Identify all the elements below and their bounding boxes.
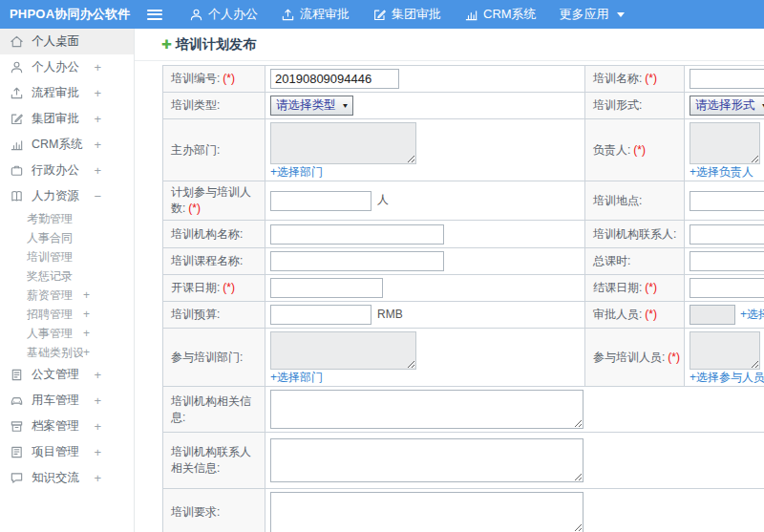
field-label: 计划参与培训人数: xyxy=(171,185,251,215)
sidebar-item-vehicles[interactable]: 用车管理+ xyxy=(0,388,134,414)
expand-toggle-icon[interactable]: + xyxy=(83,327,90,340)
participating-departments-box[interactable] xyxy=(270,331,416,370)
sidebar-sub-categories[interactable]: 基础类别设置+ xyxy=(0,343,134,362)
nav-crm[interactable]: CRM系统 xyxy=(453,0,548,29)
training-budget-input[interactable] xyxy=(270,305,371,325)
sidebar-item-projects[interactable]: 项目管理+ xyxy=(0,439,134,465)
field-label-cell: 开课日期:(*) xyxy=(163,275,265,302)
field-label-cell: 计划参与培训人数:(*) xyxy=(163,181,265,221)
sidebar-subitem-label: 人事合同 xyxy=(27,230,90,246)
approver-input[interactable] xyxy=(690,305,735,325)
sidebar-item-archives[interactable]: 档案管理+ xyxy=(0,414,134,439)
required-marker: (*) xyxy=(223,281,235,294)
expand-toggle-icon[interactable]: − xyxy=(94,189,101,203)
edit-icon xyxy=(372,8,387,22)
sidebar-sub-salary[interactable]: 薪资管理+ xyxy=(0,286,134,305)
form-row: 培训课程名称:总课时: xyxy=(163,248,764,275)
expand-toggle-icon[interactable]: + xyxy=(94,112,101,126)
field-label: 培训编号: xyxy=(171,72,220,85)
sidebar-item-hr[interactable]: 人力资源− xyxy=(0,183,134,209)
expand-toggle-icon[interactable]: + xyxy=(83,308,90,321)
field-cell: +选择部门 xyxy=(265,329,585,387)
select-participants-link[interactable]: +选择参与人员 xyxy=(690,371,764,384)
form-row: 培训要求: xyxy=(163,489,764,532)
sidebar-item-crm[interactable]: CRM系统+ xyxy=(0,132,134,158)
training-number-input[interactable] xyxy=(270,69,399,89)
expand-toggle-icon[interactable]: + xyxy=(94,419,101,434)
sidebar-sub-personnel[interactable]: 人事管理+ xyxy=(0,324,134,343)
field-label-cell: 培训机构联系人相关信息: xyxy=(163,433,265,489)
field-cell: +选择负责人 xyxy=(685,119,764,181)
nav-more-apps[interactable]: 更多应用 xyxy=(548,0,636,29)
expand-toggle-icon[interactable]: + xyxy=(94,86,101,100)
field-label: 审批人员: xyxy=(593,308,642,321)
nav-personal-office[interactable]: 个人办公 xyxy=(178,0,269,29)
sidebar-item-workflow[interactable]: 流程审批+ xyxy=(0,80,134,106)
training-course-name-input[interactable] xyxy=(270,251,444,271)
form-row: 培训类型:请选择类型▼培训形式:请选择形式▼ xyxy=(163,93,764,119)
leader-box[interactable] xyxy=(690,122,760,164)
field-cell: 人 xyxy=(265,181,585,221)
sidebar-item-label: CRM系统 xyxy=(32,137,94,153)
training-name-input[interactable] xyxy=(690,69,764,89)
sidebar-sub-rewards[interactable]: 奖惩记录 xyxy=(0,266,134,286)
menu-icon[interactable] xyxy=(147,7,162,22)
field-cell: +选择审批人员 xyxy=(685,302,764,329)
total-hours-input[interactable] xyxy=(690,251,764,271)
expand-toggle-icon[interactable]: + xyxy=(94,60,101,74)
sidebar-item-admin-office[interactable]: 行政办公+ xyxy=(0,158,134,183)
form-row: 培训机构相关信息: xyxy=(163,387,764,433)
expand-toggle-icon[interactable]: + xyxy=(94,138,101,152)
host-department-box[interactable] xyxy=(270,122,416,164)
start-date-input[interactable] xyxy=(270,278,383,298)
sidebar-item-documents[interactable]: 公文管理+ xyxy=(0,362,134,388)
training-org-contact-info-textarea[interactable] xyxy=(270,438,584,482)
training-org-info-textarea[interactable] xyxy=(270,390,584,429)
field-label-cell: 结课日期:(*) xyxy=(585,275,685,302)
expand-toggle-icon[interactable]: + xyxy=(94,163,101,178)
training-location-input[interactable] xyxy=(690,191,764,211)
training-org-contact-input[interactable] xyxy=(690,224,764,245)
sidebar-item-desktop[interactable]: 个人桌面 xyxy=(0,29,134,54)
expand-toggle-icon[interactable]: + xyxy=(83,346,90,359)
field-label-cell: 负责人:(*) xyxy=(585,119,685,181)
sidebar-item-group-approval[interactable]: 集团审批+ xyxy=(0,106,134,132)
required-marker: (*) xyxy=(645,308,657,321)
field-cell xyxy=(265,248,585,275)
training-org-name-input[interactable] xyxy=(270,224,444,245)
nav-group-approval[interactable]: 集团审批 xyxy=(361,0,453,29)
nav-label: CRM系统 xyxy=(483,6,537,23)
field-label-cell: 培训预算: xyxy=(163,302,265,329)
field-label: 培训类型: xyxy=(171,98,220,112)
expand-toggle-icon[interactable]: + xyxy=(94,471,101,485)
form-row: 开课日期:(*)结课日期:(*) xyxy=(163,275,764,302)
sidebar-sub-recruit[interactable]: 招聘管理+ xyxy=(0,305,134,324)
field-label: 培训地点: xyxy=(593,194,642,207)
sidebar-item-knowledge[interactable]: 知识交流+ xyxy=(0,465,134,491)
sidebar-item-personal-office[interactable]: 个人办公+ xyxy=(0,54,134,80)
select-department-link[interactable]: +选择部门 xyxy=(270,165,323,179)
end-date-input[interactable] xyxy=(690,278,764,298)
sidebar-sub-attendance[interactable]: 考勤管理 xyxy=(0,209,134,228)
training-form-select[interactable]: 请选择形式▼ xyxy=(690,96,764,116)
expand-toggle-icon[interactable]: + xyxy=(83,288,90,302)
select-leader-link[interactable]: +选择负责人 xyxy=(690,165,753,179)
select-value: 请选择形式 xyxy=(695,97,755,114)
nav-workflow-approval[interactable]: 流程审批 xyxy=(269,0,361,29)
planned-participants-input[interactable] xyxy=(270,191,371,211)
participating-staff-box[interactable] xyxy=(690,331,760,370)
select-department-link[interactable]: +选择部门 xyxy=(270,371,323,384)
sidebar-sub-training[interactable]: 培训管理 xyxy=(0,247,134,266)
training-type-select[interactable]: 请选择类型▼ xyxy=(270,96,353,116)
field-label-cell: 总课时: xyxy=(585,248,685,275)
expand-toggle-icon[interactable]: + xyxy=(94,394,101,408)
select-approver-link[interactable]: +选择审批人员 xyxy=(740,308,764,321)
sidebar-subitem-label: 基础类别设置 xyxy=(27,345,83,361)
training-requirements-textarea[interactable] xyxy=(270,492,584,532)
expand-toggle-icon[interactable]: + xyxy=(94,445,101,459)
expand-toggle-icon[interactable]: + xyxy=(94,368,101,382)
archive-icon xyxy=(10,419,25,435)
field-label-cell: 培训形式: xyxy=(585,93,685,119)
chart-icon xyxy=(10,138,25,153)
sidebar-sub-contracts[interactable]: 人事合同 xyxy=(0,228,134,247)
